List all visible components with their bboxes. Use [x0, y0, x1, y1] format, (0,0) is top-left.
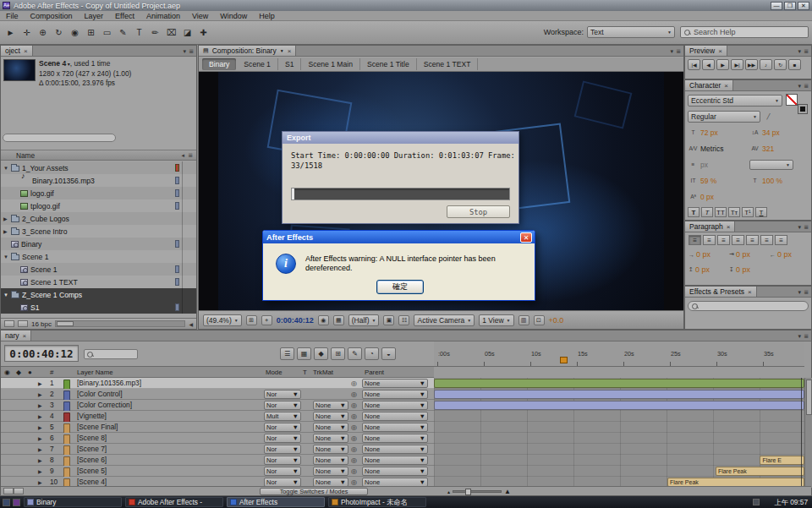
help-search-input[interactable]: Search Help [680, 26, 809, 38]
tool-icon[interactable]: T [132, 25, 146, 40]
horizontal-scrollbar[interactable] [55, 320, 185, 327]
tracking-value[interactable]: 321 [762, 145, 774, 153]
close-icon[interactable]: × [718, 47, 722, 55]
panel-menu-icon[interactable]: ≣ [804, 48, 809, 55]
name-column-header[interactable]: Name ◂≣ [1, 150, 196, 161]
panel-collapse-icon[interactable]: ▾ [671, 48, 674, 55]
tool-icon[interactable]: ► [3, 25, 18, 40]
panel-collapse-icon[interactable]: ▾ [798, 48, 802, 55]
close-icon[interactable]: × [727, 223, 731, 231]
tool-icon[interactable]: ✏ [148, 25, 162, 40]
close-icon[interactable]: × [24, 47, 28, 55]
layer-row[interactable]: ▶ 2 [Color Control] Nor▼ ▼ ◎ None▼ [1, 389, 434, 400]
menu-item[interactable]: File [0, 12, 25, 20]
pixel-aspect-icon[interactable]: ▥ [518, 315, 529, 325]
column-options-icon[interactable]: ◂ [182, 152, 185, 159]
magnification-dropdown[interactable]: (49.4%)▼ [203, 314, 242, 326]
tool-icon[interactable]: ✎ [116, 25, 130, 40]
zoom-in-icon[interactable]: ▲ [504, 488, 511, 495]
layer-row[interactable]: ▶ 7 [Scene 7] Nor▼ None▼ ◎ None▼ [1, 444, 434, 455]
menu-item[interactable]: Help [253, 12, 281, 20]
panel-menu-icon[interactable]: ≣ [804, 289, 809, 296]
bit-depth-button[interactable]: 16 bpc [31, 320, 52, 328]
motion-blur-icon[interactable]: ✎ [348, 347, 362, 360]
frame-blending-icon[interactable]: ⊞ [331, 347, 345, 360]
camera-dropdown[interactable]: Active Camera▼ [414, 314, 475, 326]
tool-icon[interactable]: ↻ [52, 25, 66, 40]
indent-left-value[interactable]: 0 px [696, 250, 710, 259]
close-icon[interactable]: × [748, 288, 752, 296]
panel-menu-icon[interactable]: ≣ [804, 333, 809, 340]
parent-dropdown[interactable]: None▼ [362, 390, 428, 399]
tool-icon[interactable]: ▭ [100, 25, 114, 40]
parent-dropdown[interactable]: None▼ [362, 456, 428, 465]
close-icon[interactable]: × [288, 47, 292, 55]
layer-name[interactable]: [Color Control] [77, 389, 259, 399]
panel-collapse-icon[interactable]: ▾ [798, 224, 802, 231]
pick-whip-icon[interactable]: ◎ [351, 422, 357, 432]
layer-row[interactable]: ▶ 9 [Scene 5] Nor▼ None▼ ◎ None▼ [1, 466, 434, 477]
justify-last-center-button[interactable]: ≡ [746, 235, 759, 245]
project-item-row[interactable]: ▼ Z_Scene 1 Comps [1, 288, 196, 301]
panel-collapse-icon[interactable]: ▾ [798, 83, 802, 90]
project-item-row[interactable]: Binary [1, 238, 196, 250]
menu-item[interactable]: Effect [109, 12, 140, 20]
current-time-indicator[interactable] [801, 378, 802, 488]
tool-icon[interactable]: ✚ [196, 25, 211, 40]
transport-button[interactable]: ■ [788, 59, 801, 70]
composition-panel-tab[interactable]: ▤ Composition: Binary ▼ × [199, 46, 296, 56]
twirl-icon[interactable]: ▶ [3, 228, 11, 234]
project-item-row[interactable]: S1 [1, 301, 196, 314]
parent-dropdown[interactable]: None▼ [362, 401, 428, 410]
layer-name[interactable]: [Scene 7] [77, 444, 259, 454]
tool-icon[interactable]: ✛ [19, 25, 34, 40]
blend-mode-dropdown[interactable]: Mult▼ [264, 412, 301, 421]
taskbar-item[interactable]: PhotoImpact - 未命名 [328, 497, 426, 507]
parent-dropdown[interactable]: None▼ [362, 434, 428, 443]
chevron-down-icon[interactable]: ▼ [280, 48, 284, 53]
resolution-dropdown[interactable]: (Half)▼ [348, 314, 380, 326]
align-right-button[interactable]: ≡ [717, 235, 730, 245]
justify-last-right-button[interactable]: ≡ [760, 235, 773, 245]
track-matte-dropdown[interactable]: None▼ [313, 412, 348, 421]
leading-value[interactable]: 34 px [762, 128, 780, 137]
twirl-icon[interactable]: ▶ [3, 216, 11, 221]
pick-whip-icon[interactable]: ◎ [351, 411, 357, 421]
zoom-out-icon[interactable]: ▴ [447, 489, 450, 494]
twirl-icon[interactable]: ▶ [38, 422, 42, 432]
twirl-icon[interactable]: ▶ [38, 378, 42, 388]
track-matte-dropdown[interactable]: None▼ [313, 456, 348, 465]
twirl-icon[interactable]: ▼ [3, 166, 11, 171]
all-caps-button[interactable]: TT [715, 207, 727, 217]
layer-bar[interactable] [434, 390, 804, 399]
font-size-value[interactable]: 72 px [700, 128, 718, 137]
work-area-marker[interactable] [560, 357, 568, 363]
twirl-icon[interactable]: ▼ [3, 292, 11, 298]
number-column-header[interactable]: # [50, 369, 53, 376]
parent-dropdown[interactable]: None▼ [362, 467, 428, 476]
layer-row[interactable]: ▶ 1 [Binary.101356.mp3] ▼ ▼ ◎ None▼ [1, 378, 434, 389]
blend-mode-dropdown[interactable]: Nor▼ [264, 456, 301, 465]
menu-item[interactable]: Window [214, 12, 253, 20]
faux-italic-button[interactable]: T [701, 207, 713, 217]
project-tab[interactable]: oject× [1, 46, 33, 56]
timeline-track-area[interactable]: Flare EFlare PeakFlare Peak [434, 378, 804, 488]
transparency-grid-icon[interactable]: ☷ [398, 315, 409, 325]
interpret-footage-icon[interactable] [4, 320, 14, 327]
safe-guides-icon[interactable]: ⊞ [246, 315, 257, 325]
layer-name[interactable]: [Binary.101356.mp3] [77, 378, 259, 388]
composition-tab[interactable]: Scene 1 Main [301, 58, 360, 70]
superscript-button[interactable]: T¹ [742, 207, 754, 217]
close-button[interactable]: ✕ [798, 2, 809, 10]
eyedropper-icon[interactable]: ╱ [763, 113, 774, 120]
layer-bar[interactable]: Flare Peak [716, 467, 804, 476]
new-folder-icon[interactable] [18, 320, 28, 327]
menu-item[interactable]: Animation [140, 12, 186, 20]
composition-tab[interactable]: Binary [202, 58, 236, 70]
pick-whip-icon[interactable]: ◎ [351, 378, 357, 388]
horizontal-scale-value[interactable]: 100 % [762, 177, 782, 185]
minimize-button[interactable]: — [771, 2, 782, 10]
panel-collapse-icon[interactable]: ▾ [798, 333, 802, 340]
parent-dropdown[interactable]: None▼ [362, 445, 428, 454]
vertical-scale-value[interactable]: 59 % [700, 177, 716, 185]
